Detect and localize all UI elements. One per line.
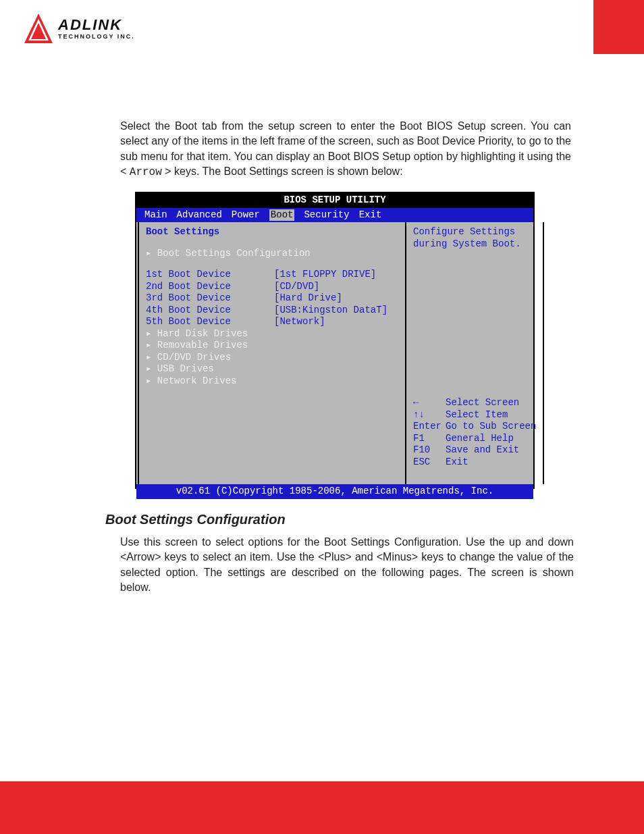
adlink-logo: ADLINK TECHNOLOGY INC. bbox=[23, 12, 135, 45]
boot-device-row[interactable]: 4th Boot Device [USB:Kingston DataT] bbox=[146, 305, 398, 317]
boot-settings-config-item[interactable]: Boot Settings Configuration bbox=[146, 248, 398, 260]
bios-tab-bar: Main Advanced Power Boot Security Exit bbox=[136, 208, 533, 223]
logo-triangle-icon bbox=[23, 12, 54, 45]
boot-settings-heading: Boot Settings bbox=[146, 226, 398, 238]
bios-tab-security[interactable]: Security bbox=[294, 209, 358, 221]
boot-device-label: 2nd Boot Device bbox=[146, 281, 274, 293]
bios-footer: v02.61 (C)Copyright 1985-2006, American … bbox=[136, 484, 533, 499]
help-key: ESC bbox=[413, 457, 446, 469]
submenu-removable[interactable]: Removable Drives bbox=[146, 340, 398, 352]
boot-device-label: 3rd Boot Device bbox=[146, 292, 274, 305]
help-key: Enter bbox=[413, 421, 446, 433]
help-key: F1 bbox=[413, 433, 446, 445]
bios-title: BIOS SETUP UTILITY bbox=[136, 193, 533, 208]
header-accent bbox=[593, 0, 644, 54]
boot-device-label: 4th Boot Device bbox=[146, 305, 274, 317]
submenu-usb[interactable]: USB Drives bbox=[146, 363, 398, 375]
bios-screenshot: BIOS SETUP UTILITY Main Advanced Power B… bbox=[135, 192, 535, 489]
boot-device-row[interactable]: 5th Boot Device [Network] bbox=[146, 316, 398, 328]
bios-tab-power[interactable]: Power bbox=[232, 209, 269, 221]
boot-device-row[interactable]: 1st Boot Device [1st FLOPPY DRIVE] bbox=[146, 269, 398, 281]
help-desc-line: Configure Settings bbox=[413, 226, 536, 238]
help-key: ← bbox=[413, 397, 446, 409]
boot-device-value: [Network] bbox=[274, 316, 325, 328]
logo-sub-text: TECHNOLOGY INC. bbox=[58, 34, 135, 40]
bios-tab-boot[interactable]: Boot bbox=[269, 209, 295, 221]
help-text: Save and Exit bbox=[446, 444, 519, 455]
boot-device-row[interactable]: 3rd Boot Device [Hard Drive] bbox=[146, 292, 398, 305]
boot-device-value: [CD/DVD] bbox=[274, 281, 319, 293]
help-text: General Help bbox=[446, 433, 514, 444]
bios-left-pane: Boot Settings Boot Settings Configuratio… bbox=[138, 222, 406, 484]
boot-device-label: 5th Boot Device bbox=[146, 316, 274, 328]
footer-accent bbox=[0, 781, 644, 834]
help-text: Exit bbox=[446, 457, 468, 467]
help-text: Select Screen bbox=[446, 397, 519, 408]
boot-device-row[interactable]: 2nd Boot Device [CD/DVD] bbox=[146, 281, 398, 293]
boot-device-value: [USB:Kingston DataT] bbox=[274, 305, 387, 317]
help-text: Select Item bbox=[446, 409, 508, 420]
bios-tab-main[interactable]: Main bbox=[142, 209, 177, 221]
help-text: Go to Sub Screen bbox=[446, 421, 536, 432]
bios-key-help: ←Select Screen ↑↓Select Item EnterGo to … bbox=[413, 397, 536, 480]
help-key: ↑↓ bbox=[413, 409, 446, 421]
boot-device-value: [1st FLOPPY DRIVE] bbox=[274, 269, 376, 281]
bios-tab-advanced[interactable]: Advanced bbox=[177, 209, 232, 221]
submenu-hard-disk[interactable]: Hard Disk Drives bbox=[146, 328, 398, 340]
help-desc-line: during System Boot. bbox=[413, 238, 536, 251]
boot-device-value: [Hard Drive] bbox=[274, 292, 342, 305]
bios-right-pane: Configure Settings during System Boot. ←… bbox=[406, 222, 544, 484]
help-key: F10 bbox=[413, 444, 446, 457]
bios-tab-exit[interactable]: Exit bbox=[359, 209, 392, 221]
submenu-network[interactable]: Network Drives bbox=[146, 375, 398, 388]
logo-main-text: ADLINK bbox=[58, 18, 135, 32]
intro-arrow-key: Arrow bbox=[130, 166, 162, 178]
intro-paragraph: Select the Boot tab from the setup scree… bbox=[120, 119, 571, 180]
subsection-heading: Boot Settings Configuration bbox=[105, 512, 286, 527]
submenu-cddvd[interactable]: CD/DVD Drives bbox=[146, 352, 398, 364]
subsection-body: Use this screen to select options for th… bbox=[120, 535, 574, 596]
boot-device-label: 1st Boot Device bbox=[146, 269, 274, 281]
intro-text-b: > keys. The Boot Settings screen is show… bbox=[162, 165, 403, 177]
bios-help-desc: Configure Settings during System Boot. bbox=[413, 226, 536, 250]
